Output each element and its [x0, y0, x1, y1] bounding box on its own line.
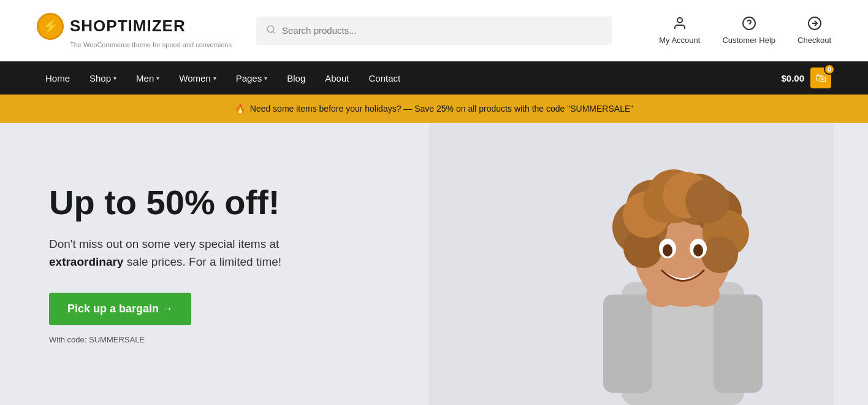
logo-icon: ⚡ — [37, 13, 64, 40]
customer-help-label: Customer Help — [722, 36, 775, 45]
nav-blog[interactable]: Blog — [278, 68, 314, 88]
customer-help-button[interactable]: Customer Help — [722, 16, 775, 45]
svg-point-0 — [267, 26, 274, 33]
svg-rect-9 — [714, 295, 763, 393]
svg-point-27 — [693, 244, 703, 256]
cart-count: 0 — [824, 64, 835, 75]
hero-content: Up to 50% off! Don't miss out on some ve… — [0, 123, 429, 405]
cart-area: $0.00 🛍 0 — [781, 68, 831, 88]
my-account-button[interactable]: My Account — [659, 16, 700, 45]
nav-pages[interactable]: Pages ▾ — [227, 68, 276, 88]
search-input[interactable] — [282, 25, 602, 36]
logo-area[interactable]: ⚡ SHOPTIMIZER The WooCommerce theme for … — [37, 13, 232, 48]
site-header: ⚡ SHOPTIMIZER The WooCommerce theme for … — [0, 0, 868, 61]
brand-tagline: The WooCommerce theme for speed and conv… — [70, 41, 232, 48]
hero-subtitle: Don't miss out on some very special item… — [49, 236, 356, 271]
hero-cta-button[interactable]: Pick up a bargain → — [49, 293, 191, 325]
svg-point-29 — [689, 282, 720, 307]
promo-banner: 🔥 Need some items before your holidays? … — [0, 94, 868, 123]
checkout-label: Checkout — [798, 36, 831, 45]
my-account-label: My Account — [659, 36, 700, 45]
person-icon — [672, 16, 687, 33]
hero-promo-code: With code: SUMMERSALE — [49, 335, 380, 344]
hero-title: Up to 50% off! — [49, 183, 380, 222]
nav-home[interactable]: Home — [37, 68, 78, 88]
hero-image — [429, 123, 834, 405]
chevron-down-icon: ▾ — [264, 75, 267, 82]
svg-point-23 — [685, 179, 729, 223]
chevron-down-icon: ▾ — [113, 75, 116, 82]
svg-point-18 — [701, 236, 738, 273]
checkout-icon — [807, 16, 822, 33]
promo-text: Need some items before your holidays? — … — [250, 104, 633, 114]
search-icon — [266, 25, 276, 37]
brand-name: SHOPTIMIZER — [70, 17, 186, 36]
hero-section: Up to 50% off! Don't miss out on some ve… — [0, 123, 868, 405]
fire-icon: 🔥 — [235, 104, 245, 114]
header-actions: My Account Customer Help Checkout — [659, 16, 831, 45]
svg-line-1 — [273, 31, 275, 33]
chevron-down-icon: ▾ — [213, 75, 216, 82]
svg-point-26 — [663, 244, 672, 256]
nav-contact[interactable]: Contact — [360, 68, 409, 88]
svg-point-2 — [677, 18, 682, 23]
nav-about[interactable]: About — [316, 68, 357, 88]
checkout-button[interactable]: Checkout — [798, 16, 831, 45]
nav-shop[interactable]: Shop ▾ — [81, 68, 125, 88]
cart-button[interactable]: 🛍 0 — [810, 68, 831, 88]
question-circle-icon — [742, 16, 756, 33]
svg-rect-8 — [603, 295, 652, 393]
nav-women[interactable]: Women ▾ — [170, 68, 224, 88]
nav-links: Home Shop ▾ Men ▾ Women ▾ Pages ▾ Blog A… — [37, 68, 781, 88]
search-area — [256, 17, 612, 45]
main-navbar: Home Shop ▾ Men ▾ Women ▾ Pages ▾ Blog A… — [0, 61, 868, 94]
nav-men[interactable]: Men ▾ — [128, 68, 168, 88]
hero-person-illustration — [554, 135, 812, 405]
cart-icon: 🛍 — [815, 72, 826, 85]
cart-price: $0.00 — [781, 73, 804, 83]
svg-point-28 — [646, 282, 677, 307]
chevron-down-icon: ▾ — [156, 75, 159, 82]
